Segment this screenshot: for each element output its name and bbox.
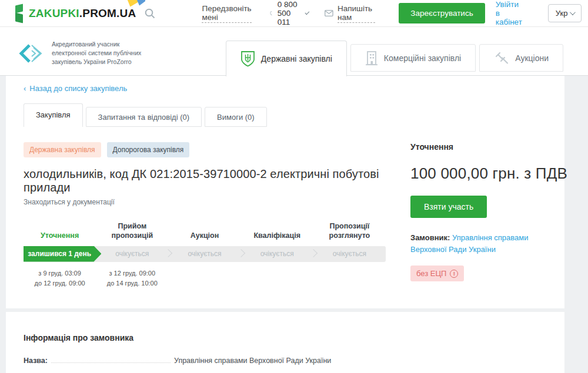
side-panel: Уточнення 100 000,00 грн. з ПДВ Взяти уч… (410, 142, 547, 288)
phone-dropdown[interactable]: 0 800 500 011 (269, 0, 308, 26)
tab-purchase[interactable]: Закупівля (24, 103, 83, 127)
tender-note: Знаходиться у документації (24, 198, 386, 206)
tab-commercial-purchases[interactable]: Комерційні закупівлі (350, 44, 476, 72)
building-icon (365, 51, 378, 66)
info-value: Управління справами Верховної Ради Украї… (174, 357, 331, 365)
customer-block: Замовник: Управління справами Верховної … (410, 232, 547, 255)
prozorro-accreditation: Акредитований учасник електронної систем… (18, 40, 141, 67)
participate-button[interactable]: Взяти участь (410, 196, 487, 218)
tab-state-purchases[interactable]: Державні закупівлі (226, 41, 347, 76)
back-chevron-icon: ‹ (24, 84, 26, 93)
envelope-icon (325, 9, 333, 18)
tab-label: Комерційні закупівлі (384, 53, 461, 63)
warning-icon: ! (450, 270, 458, 278)
no-ecp-badge: без ЕЦП ! (410, 266, 464, 281)
badges-row: Державна закупівля Допорогова закупівля (24, 142, 386, 157)
top-header: ZAKUPKI.PROM.UA Передзвоніть мені 0 800 … (0, 0, 588, 27)
language-value: Укр (556, 9, 568, 18)
stage-name: Пропозиції розглянуто (313, 221, 386, 241)
login-link[interactable]: Увійти в кабінет (496, 0, 522, 26)
phone-number: 0 800 500 011 (278, 0, 299, 26)
info-label: Назва: (24, 357, 48, 365)
current-stage-chip: залишився 1 день (24, 246, 101, 262)
stage-name: Прийом пропозицій (96, 221, 168, 241)
state-purchase-badge: Державна закупівля (24, 142, 101, 157)
ukraine-ribbon-icon (126, 0, 146, 8)
timeline-dates: з 9 груд. 03:09 до 12 груд. 09:00 з 12 г… (24, 268, 386, 288)
timeline-headers: Уточнення Прийом пропозицій Аукціон Квал… (24, 221, 386, 241)
chevron-down-icon (570, 9, 576, 15)
subthreshold-badge: Допорогова закупівля (107, 142, 190, 157)
stage-name: Кваліфікація (241, 231, 313, 240)
trident-shield-icon (240, 51, 255, 68)
logo-flag-icon (15, 4, 24, 23)
main-tabs: Державні закупівлі Комерційні закупівлі (226, 41, 563, 76)
tender-price: 100 000,00 грн. з ПДВ (410, 164, 547, 183)
back-to-list-link[interactable]: ‹ Назад до списку закупівель (24, 84, 127, 93)
tender-title: холодильників, код ДК 021:2015-39710000-… (24, 167, 386, 194)
tender-main: Державна закупівля Допорогова закупівля … (24, 142, 547, 288)
stage-name: Уточнення (24, 231, 96, 240)
stage-status: очікується (313, 246, 386, 262)
customer-label: Замовник: (410, 233, 450, 242)
panel-stage-label: Уточнення (410, 142, 547, 152)
prozorro-logo-icon (18, 42, 45, 65)
write-us[interactable]: Напишіть нам (325, 4, 375, 23)
register-button[interactable]: Зареєструватись (399, 3, 485, 23)
gavel-icon (494, 51, 509, 66)
tender-tabs: Закупівля Запитання та відповіді (0) Вим… (24, 103, 547, 127)
search-icon[interactable] (144, 8, 156, 19)
customer-info-title: Інформація про замовника (24, 333, 547, 342)
page-content: ‹ Назад до списку закупівель Закупівля З… (0, 76, 588, 373)
stage-status: очікується (241, 246, 313, 262)
timeline-bar: залишився 1 день очікується очікується о… (24, 246, 386, 262)
accreditation-text: Акредитований учасник електронної систем… (52, 40, 141, 67)
tab-questions[interactable]: Запитання та відповіді (0) (86, 107, 202, 127)
dotted-leader (51, 362, 171, 363)
write-us-link[interactable]: Напишіть нам (338, 4, 375, 23)
language-select[interactable]: Укр (548, 4, 582, 22)
tab-requirements[interactable]: Вимоги (0) (205, 107, 267, 127)
logo-text-zakupki: ZAKUPKI (29, 7, 79, 20)
tab-label: Державні закупівлі (261, 54, 332, 63)
tender-details: Державна закупівля Допорогова закупівля … (24, 142, 386, 288)
timeline: Уточнення Прийом пропозицій Аукціон Квал… (24, 221, 386, 288)
stage-name: Аукціон (168, 231, 240, 240)
stage-status: очікується (96, 246, 168, 262)
stage-status: очікується (168, 246, 240, 262)
tab-auctions[interactable]: Аукціони (479, 44, 563, 72)
customer-info-card: Інформація про замовника Назва: Управлін… (6, 312, 564, 373)
stage-dates: з 12 груд. 09:00 до 14 груд. 10:00 (96, 268, 168, 288)
info-row: Назва: Управління справами Верховної Рад… (24, 357, 547, 365)
tender-card: ‹ Назад до списку закупівель Закупівля З… (6, 76, 564, 308)
chevron-down-icon (305, 10, 309, 14)
nav-header: Акредитований учасник електронної систем… (0, 27, 588, 76)
tab-label: Аукціони (515, 53, 549, 63)
stage-dates: з 9 груд. 03:09 до 12 груд. 09:00 (24, 268, 96, 288)
phone-icon (269, 8, 273, 19)
site-logo[interactable]: ZAKUPKI.PROM.UA (15, 4, 136, 23)
callback-link[interactable]: Передзвоніть мені (202, 4, 251, 23)
logo-text-prom: .PROM.UA (79, 7, 136, 20)
